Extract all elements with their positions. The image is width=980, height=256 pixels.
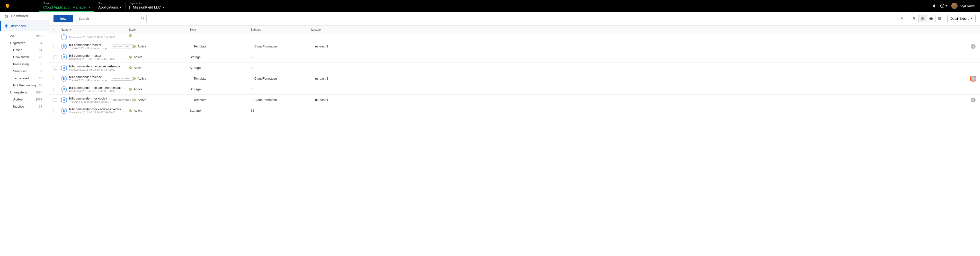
search-icon[interactable] [141, 16, 144, 21]
download-icon[interactable] [971, 76, 975, 81]
filter-label: Terminated [13, 77, 29, 80]
table-row[interactable]: Bbill-commander-mocks-devThe AWS CloudFo… [49, 94, 980, 106]
caret-down-icon [88, 7, 90, 8]
filter-count: 8 [40, 70, 42, 73]
column-header-name[interactable]: Name [61, 28, 129, 31]
select-all-checkbox[interactable] [54, 28, 57, 31]
download-icon[interactable] [971, 98, 975, 102]
filter-label: All [10, 34, 14, 38]
row-checkbox[interactable] [54, 56, 57, 59]
column-header-subtype[interactable]: Subtype [250, 28, 311, 31]
row-checkbox[interactable] [54, 88, 57, 91]
row-state: Active [138, 77, 146, 80]
instance-hex-icon [61, 34, 67, 40]
search-input[interactable] [76, 15, 146, 22]
sidebar-filter-registered[interactable]: Registered64 [0, 39, 46, 46]
row-name: bill-commander-michael [69, 75, 108, 79]
table-row[interactable]: Bbill-commander-michaelThe AWS CloudForm… [49, 73, 980, 84]
filter-button[interactable] [897, 14, 906, 22]
filter-count: 28 [39, 105, 42, 108]
sidebar-filter-unregistered[interactable]: Unregistered1897 [0, 89, 46, 96]
column-header-state[interactable]: State [129, 28, 190, 31]
column-header-type[interactable]: Type [190, 28, 250, 31]
org-selector[interactable]: Organization MissionField LLC [126, 0, 168, 12]
help-icon[interactable] [940, 4, 947, 8]
status-dot-icon [133, 77, 136, 80]
site-label: Site [98, 2, 121, 5]
filter-label: Inactive [13, 105, 24, 108]
filter-label: Not Responding [13, 83, 36, 87]
svg-marker-7 [61, 34, 67, 40]
sidebar-filter-processing[interactable]: Processing0 [0, 61, 46, 68]
row-type: Storage [190, 109, 250, 112]
filter-label: Active [13, 98, 22, 101]
sidebar-item-instances[interactable]: Instances [0, 21, 49, 31]
column-header-location[interactable]: Location [311, 28, 966, 31]
sidebar: Dashboard Instances All1961Registered64O… [0, 12, 49, 256]
table-row[interactable]: Bbill-commander-mocks-dev-serverlessdepl… [49, 106, 980, 116]
filter-count: 10 [39, 84, 42, 87]
svg-point-1 [942, 6, 942, 7]
row-name: bill-commander-mocks-dev [69, 97, 108, 100]
download-icon[interactable] [971, 44, 975, 49]
row-state: Active [138, 45, 146, 48]
caret-down-icon [945, 5, 947, 6]
main-content: New Detail Export Name State Type Subtyp… [49, 12, 980, 256]
view-list-button[interactable] [918, 14, 927, 22]
export-label: Detail Export [951, 17, 969, 21]
logo-icon [5, 3, 10, 8]
new-button[interactable]: New [54, 15, 73, 22]
sidebar-filter-inactive[interactable]: Inactive28 [0, 103, 46, 110]
row-checkbox[interactable] [54, 77, 57, 80]
row-name: bill-commander-master [69, 43, 108, 47]
sidebar-filter-online[interactable]: Online14 [0, 46, 46, 54]
site-selector[interactable]: Site Applications [94, 0, 125, 12]
row-checkbox[interactable] [54, 66, 57, 70]
user-menu[interactable]: Arya Roudi [951, 3, 975, 9]
sidebar-filter-unavailable[interactable]: Unavailable20 [0, 54, 46, 61]
filter-count: 20 [39, 56, 42, 59]
row-secondary: The AWS CloudFormation templ... [69, 100, 110, 103]
service-selector[interactable]: Service Cloud Application Manager [40, 0, 94, 12]
sidebar-filter-shutdown[interactable]: Shutdown8 [0, 68, 46, 75]
view-cloud-button[interactable] [927, 14, 935, 22]
row-secondary: Created at 2018-08-29 18:41:38+00:00 [69, 68, 125, 71]
row-name: bill-commander-master-serverlessdeployme… [69, 64, 125, 68]
row-checkbox[interactable] [54, 45, 57, 48]
sidebar-filter-terminated[interactable]: Terminated12 [0, 75, 46, 82]
site-value: Applications [98, 5, 118, 10]
view-globe-button[interactable] [935, 14, 944, 22]
notifications-icon[interactable] [932, 4, 936, 8]
table-row[interactable]: Bbill-commander-masterCreated at 2018-07… [49, 52, 980, 62]
sidebar-filter-not-responding[interactable]: Not Responding10 [0, 82, 46, 89]
filter-label: Shutdown [13, 69, 27, 73]
org-value: MissionField LLC [133, 5, 161, 10]
filter-count: 1961 [35, 34, 42, 38]
row-checkbox[interactable] [54, 98, 57, 102]
row-type: Storage [190, 66, 250, 70]
row-state: Active [138, 98, 146, 102]
filter-label: Processing [13, 62, 29, 66]
table-row[interactable]: Bbill-commander-master-serverlessdeploym… [49, 62, 980, 73]
svg-marker-9 [61, 54, 67, 60]
sidebar-filter-all[interactable]: All1961 [0, 32, 46, 39]
status-dot-icon [129, 88, 132, 91]
sidebar-filter-active[interactable]: Active1869 [0, 96, 46, 103]
sidebar-item-dashboard[interactable]: Dashboard [0, 12, 49, 21]
row-type: Storage [190, 55, 250, 59]
instance-hex-icon: B [61, 107, 67, 114]
status-dot-icon [133, 45, 136, 48]
table-row[interactable]: Created at 2018-07-13 18:51:12+00:00 [49, 34, 980, 41]
unregistered-badge: UNREGISTERED [111, 98, 133, 102]
table-row[interactable]: Bbill-commander-michael-serverlessdeploy… [49, 84, 980, 94]
row-name: bill-commander-michael-serverlessdeploym… [69, 86, 125, 90]
row-state: Active [134, 87, 142, 91]
toolbar: New Detail Export [49, 12, 980, 26]
row-subtype: S3 [250, 109, 311, 112]
table-row[interactable]: Bbill-commander-masterThe AWS CloudForma… [49, 41, 980, 52]
view-graph-button[interactable] [910, 14, 918, 22]
username-label: Arya Roudi [959, 4, 975, 8]
detail-export-button[interactable]: Detail Export [947, 15, 975, 22]
row-checkbox[interactable] [54, 109, 57, 112]
view-mode-group [910, 14, 944, 22]
